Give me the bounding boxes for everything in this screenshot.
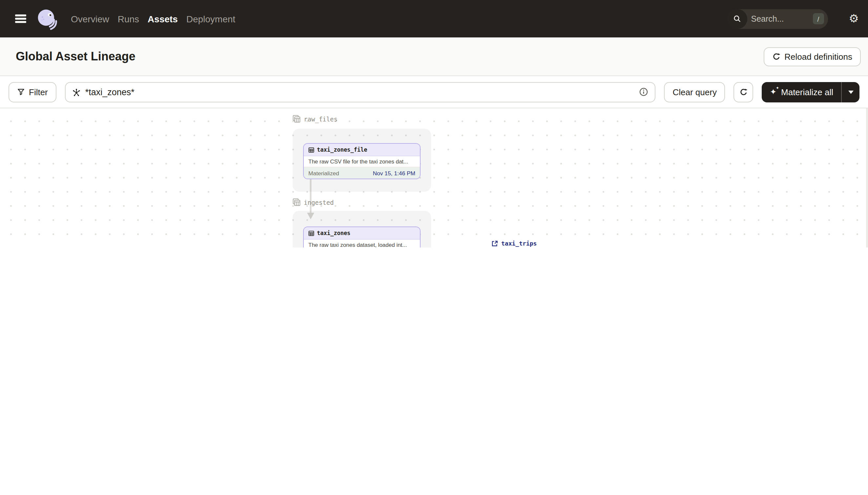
asset-node-taxi_zones[interactable]: taxi_zones The raw taxi zones dataset, l… (303, 226, 421, 248)
status-timestamp[interactable]: Nov 15, 1:46 PM (373, 170, 415, 176)
refresh-button[interactable] (734, 82, 754, 102)
status-label: Materialized (308, 170, 339, 176)
app-window: Overview Runs Assets Deployment Search..… (0, 0, 868, 248)
search-input[interactable]: Search... / (728, 9, 828, 29)
nav-assets[interactable]: Assets (148, 11, 178, 27)
reload-icon (772, 52, 780, 61)
filter-button[interactable]: Filter (8, 82, 56, 102)
external-asset-taxi_trips[interactable]: taxi_trips (491, 240, 537, 247)
external-link-icon (491, 240, 498, 247)
lineage-graph-icon (72, 88, 81, 96)
chevron-down-icon (848, 90, 853, 93)
search-placeholder: Search... (751, 14, 813, 23)
slash-shortcut-badge: / (813, 13, 824, 24)
materialize-options-caret[interactable] (841, 82, 860, 102)
page-header: Global Asset Lineage Reload definitions (0, 37, 868, 76)
materialize-all-button[interactable]: ✦✦ Materialize all (762, 82, 860, 102)
asset-status-bar: Materialized Nov 15, 1:46 PM (304, 167, 420, 178)
settings-gear-icon[interactable]: ⚙ (849, 13, 859, 24)
refresh-icon (739, 88, 748, 96)
asset-description: The raw taxi zones dataset, loaded int..… (304, 240, 420, 248)
asset-name: taxi_zones (317, 230, 350, 236)
group-label-raw_files[interactable]: raw_files (293, 115, 338, 123)
group-tables-icon (293, 198, 300, 206)
table-icon (308, 147, 314, 153)
top-navbar: Overview Runs Assets Deployment Search..… (0, 0, 868, 37)
asset-node-taxi_zones_file[interactable]: taxi_zones_file The raw CSV file for the… (303, 143, 421, 179)
main-nav: Overview Runs Assets Deployment (71, 11, 235, 27)
search-icon (728, 9, 747, 29)
asset-name: taxi_zones_file (317, 147, 367, 153)
clear-query-button[interactable]: Clear query (664, 82, 725, 102)
table-icon (308, 230, 314, 236)
asset-selection-input[interactable]: *taxi_zones* (65, 82, 656, 102)
group-tables-icon (293, 115, 300, 123)
filter-funnel-icon (17, 88, 25, 96)
group-label-ingested[interactable]: ingested (293, 198, 334, 206)
menu-icon[interactable] (15, 14, 26, 23)
asset-selection-value: *taxi_zones* (85, 87, 635, 97)
dagster-logo-icon[interactable] (35, 7, 58, 30)
sparkle-icon: ✦✦ (770, 88, 777, 96)
lineage-edges (0, 108, 868, 248)
reload-definitions-button[interactable]: Reload definitions (763, 47, 861, 66)
asset-description: The raw CSV file for the taxi zones dat.… (304, 156, 420, 167)
lineage-canvas[interactable]: raw_files ingested requests metrics taxi… (0, 108, 868, 248)
nav-runs[interactable]: Runs (118, 11, 139, 27)
query-info-icon[interactable] (639, 87, 649, 97)
nav-deployment[interactable]: Deployment (186, 11, 235, 27)
page-title: Global Asset Lineage (16, 50, 136, 63)
nav-overview[interactable]: Overview (71, 11, 109, 27)
canvas-scrollbar[interactable] (866, 108, 868, 248)
lineage-toolbar: Filter *taxi_zones* Clear query ✦✦ Ma (0, 76, 868, 108)
